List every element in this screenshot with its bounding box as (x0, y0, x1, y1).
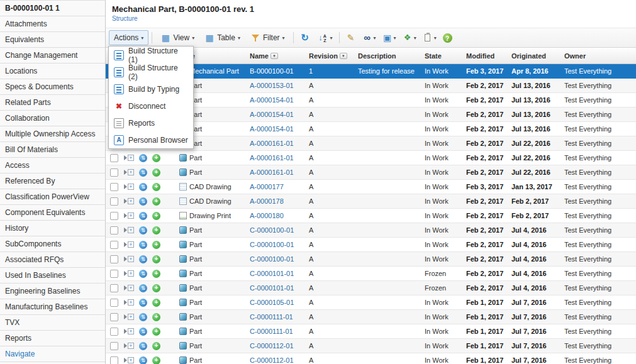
sidebar-item[interactable]: Locations (0, 63, 105, 79)
expand-structure-icon[interactable] (124, 328, 134, 334)
row-checkbox[interactable] (110, 284, 118, 292)
navigate-icon[interactable] (139, 154, 147, 162)
sidebar-item[interactable]: Equivalents (0, 32, 105, 48)
sidebar-item[interactable]: History (0, 221, 105, 236)
sidebar-item[interactable]: Collaboration (0, 111, 105, 126)
row-checkbox[interactable] (110, 226, 118, 234)
navigate-icon[interactable] (139, 342, 147, 350)
add-icon[interactable] (152, 356, 160, 364)
table-row[interactable]: Part C-0000101-01 A Frozen Feb 2, 2017 J… (106, 281, 636, 295)
row-checkbox[interactable] (110, 183, 118, 191)
navigate-icon[interactable] (139, 255, 147, 263)
column-header-name[interactable]: Name ▼ (248, 48, 307, 63)
table-row[interactable]: Part C-0000101-01 A Frozen Feb 2, 2017 J… (106, 267, 636, 281)
sidebar-item[interactable]: Manufacturing Baselines (0, 299, 105, 315)
sidebar-item[interactable]: Reports (0, 331, 105, 346)
expand-structure-icon[interactable] (124, 169, 134, 175)
sidebar-item[interactable]: Change Management (0, 48, 105, 63)
column-header-owner[interactable]: Owner (562, 48, 636, 63)
sidebar-item[interactable]: Navigate (0, 346, 105, 362)
add-icon[interactable] (152, 313, 160, 321)
expand-structure-icon[interactable] (124, 314, 134, 320)
navigate-icon[interactable] (139, 270, 147, 278)
add-icon[interactable] (152, 342, 160, 350)
tags-button[interactable]: ▾ (399, 30, 420, 45)
row-checkbox[interactable] (110, 328, 118, 336)
help-button[interactable] (440, 30, 455, 45)
name-link[interactable]: C-0000111-01 (250, 313, 293, 321)
sort-button[interactable]: ▾ (313, 30, 336, 45)
navigate-icon[interactable] (139, 299, 147, 307)
row-checkbox[interactable] (110, 154, 118, 162)
refresh-button[interactable] (297, 30, 313, 45)
add-icon[interactable] (152, 212, 160, 220)
add-icon[interactable] (152, 328, 160, 336)
table-row[interactable]: Part C-0000105-01 A In Work Feb 1, 2017 … (106, 295, 636, 310)
expand-structure-icon[interactable] (124, 198, 134, 204)
navigate-icon[interactable] (139, 197, 147, 206)
add-icon[interactable] (152, 226, 160, 234)
expand-structure-icon[interactable] (124, 299, 134, 306)
name-link[interactable]: C-0000111-01 (250, 328, 293, 335)
navigate-icon[interactable] (139, 241, 147, 249)
table-row[interactable]: Part C-0000100-01 A In Work Feb 2, 2017 … (106, 223, 636, 238)
view-button[interactable]: View ▾ (155, 30, 199, 45)
navigate-icon[interactable] (139, 168, 147, 177)
column-header-originated[interactable]: Originated (510, 48, 562, 63)
expand-structure-icon[interactable] (124, 343, 134, 349)
name-link[interactable]: A-0000153-01 (250, 82, 294, 89)
name-link[interactable]: A-0000180 (250, 212, 284, 219)
expand-structure-icon[interactable] (124, 212, 134, 219)
name-link[interactable]: A-0000154-01 (250, 111, 294, 118)
sidebar-item[interactable]: TVX (0, 315, 105, 331)
add-icon[interactable] (152, 183, 160, 191)
name-link[interactable]: C-0000101-01 (250, 284, 294, 292)
column-header-state[interactable]: State (423, 48, 464, 63)
table-row[interactable]: Part C-0000100-01 A In Work Feb 2, 2017 … (106, 238, 636, 252)
navigate-icon[interactable] (139, 212, 147, 220)
menu-item[interactable]: Personal Browser (109, 131, 193, 148)
name-link[interactable]: C-0000112-01 (250, 342, 294, 350)
filter-button[interactable]: Filter ▾ (245, 30, 290, 45)
menu-item[interactable]: Build by Typing (109, 80, 193, 97)
expand-structure-icon[interactable] (124, 241, 134, 248)
menu-item[interactable]: Disconnect (109, 97, 193, 114)
row-checkbox[interactable] (110, 212, 118, 220)
name-link[interactable]: C-0000100-01 (250, 226, 294, 234)
expand-structure-icon[interactable] (124, 155, 134, 161)
expand-structure-icon[interactable] (124, 227, 134, 233)
sidebar-item[interactable]: Engineering Baselines (0, 284, 105, 299)
navigate-icon[interactable] (139, 313, 147, 321)
table-row[interactable]: CAD Drawing A-0000177 A In Work Feb 3, 2… (106, 180, 636, 194)
add-icon[interactable] (152, 241, 160, 249)
table-row[interactable]: Part C-0000100-01 A In Work Feb 2, 2017 … (106, 252, 636, 267)
navigate-icon[interactable] (139, 226, 147, 234)
name-link[interactable]: A-0000161-01 (250, 154, 294, 162)
expand-structure-icon[interactable] (124, 256, 134, 262)
sidebar-item[interactable]: Specs & Documents (0, 79, 105, 95)
add-icon[interactable] (152, 270, 160, 278)
table-row[interactable]: Part C-0000112-01 A In Work Feb 1, 2017 … (106, 353, 636, 364)
row-checkbox[interactable] (110, 342, 118, 350)
name-link[interactable]: A-0000154-01 (250, 96, 294, 104)
clipboard-button[interactable]: ▾ (420, 30, 440, 45)
menu-item[interactable]: Build Structure (1) (109, 47, 193, 63)
sidebar-item[interactable]: Associated RFQs (0, 252, 105, 268)
expand-structure-icon[interactable] (124, 270, 134, 277)
sidebar-item[interactable]: Attachments (0, 16, 105, 32)
name-link[interactable]: A-0000177 (250, 183, 284, 190)
name-link[interactable]: A-0000161-01 (250, 140, 294, 147)
table-row[interactable]: Part C-0000111-01 A In Work Feb 1, 2017 … (106, 324, 636, 339)
name-link[interactable]: C-0000100-01 (250, 255, 294, 263)
name-link[interactable]: C-0000100-01 (250, 241, 294, 248)
name-link[interactable]: A-0000161-01 (250, 168, 294, 176)
row-checkbox[interactable] (110, 270, 118, 278)
sidebar-item[interactable]: Bill Of Materials (0, 142, 105, 158)
sidebar-item[interactable]: SubComponents (0, 236, 105, 252)
navigate-icon[interactable] (139, 183, 147, 191)
sidebar-item[interactable]: Multiple Ownership Access (0, 126, 105, 142)
find-button[interactable]: ▾ (359, 30, 379, 45)
add-icon[interactable] (152, 284, 160, 292)
expand-structure-icon[interactable] (124, 184, 134, 190)
column-header-description[interactable]: Description (356, 48, 423, 63)
